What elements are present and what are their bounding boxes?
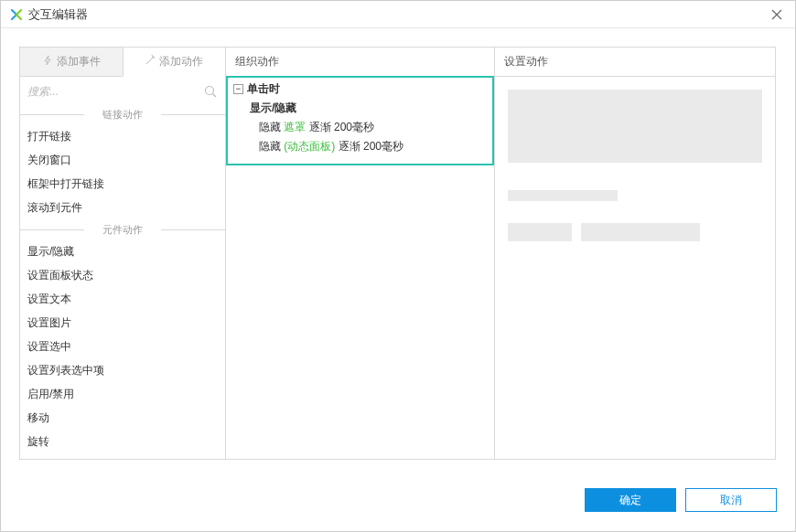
link-action-list: 打开链接 关闭窗口 框架中打开链接 滚动到元件: [20, 124, 225, 219]
lightning-icon: [42, 55, 53, 69]
configure-body: [495, 77, 775, 254]
action-open-in-frame[interactable]: 框架中打开链接: [20, 172, 225, 196]
action-set-size[interactable]: 设置尺寸: [20, 453, 225, 460]
app-logo: [10, 8, 23, 21]
placeholder-row: [508, 223, 762, 241]
collapse-icon[interactable]: −: [233, 84, 243, 94]
window-title: 交互编辑器: [28, 6, 88, 23]
svg-point-0: [206, 87, 214, 95]
tree-event-label: 单击时: [247, 81, 280, 97]
middle-panel: 组织动作 − 单击时 显示/隐藏 隐藏 遮罩 逐渐 200毫秒 隐藏 (动态面板…: [226, 47, 495, 460]
action-tree-selected[interactable]: − 单击时 显示/隐藏 隐藏 遮罩 逐渐 200毫秒 隐藏 (动态面板) 逐渐 …: [226, 76, 494, 165]
organize-actions-header: 组织动作: [226, 48, 494, 77]
left-tabs: 添加事件 添加动作: [20, 48, 225, 77]
placeholder-btn-1: [508, 223, 572, 241]
section-link-actions: 链接动作: [20, 106, 225, 122]
action-show-hide[interactable]: 显示/隐藏: [20, 239, 225, 263]
tab-add-event[interactable]: 添加事件: [20, 48, 123, 77]
action-set-panel-state[interactable]: 设置面板状态: [20, 263, 225, 287]
tree-action-1-suffix: 逐渐 200毫秒: [306, 121, 374, 133]
search-icon: [203, 84, 218, 99]
action-set-selected[interactable]: 设置选中: [20, 335, 225, 358]
action-move[interactable]: 移动: [20, 406, 225, 430]
tab-add-event-label: 添加事件: [57, 54, 101, 69]
configure-action-header: 设置动作: [495, 48, 775, 77]
tree-action-1-prefix: 隐藏: [259, 121, 284, 133]
wand-icon: [145, 55, 156, 69]
dialog-footer: 确定 取消: [1, 478, 795, 522]
tree-action-1-target: 遮罩: [284, 121, 306, 133]
tree-action-2-suffix: 逐渐 200毫秒: [335, 140, 403, 153]
tree-action-2-prefix: 隐藏: [259, 140, 284, 153]
placeholder-btn-2: [581, 223, 700, 241]
tab-add-action-label: 添加动作: [159, 54, 203, 69]
search-input[interactable]: [24, 80, 221, 102]
dialog-content: 添加事件 添加动作 链接动作 打开链接 关闭窗口 框架中打开链接 滚动到元件 元…: [1, 28, 795, 478]
search-container: [24, 80, 221, 104]
tree-action-2[interactable]: 隐藏 (动态面板) 逐渐 200毫秒: [233, 139, 487, 154]
tab-add-action[interactable]: 添加动作: [123, 48, 226, 77]
tree-action-group[interactable]: 显示/隐藏: [233, 101, 487, 116]
titlebar: 交互编辑器: [1, 1, 795, 28]
action-close-window[interactable]: 关闭窗口: [20, 148, 225, 172]
action-open-link[interactable]: 打开链接: [20, 124, 225, 148]
action-rotate[interactable]: 旋转: [20, 430, 225, 453]
action-set-image[interactable]: 设置图片: [20, 311, 225, 335]
tree-event-onclick[interactable]: − 单击时: [233, 81, 487, 97]
section-widget-actions: 元件动作: [20, 221, 225, 238]
tree-action-1[interactable]: 隐藏 遮罩 逐渐 200毫秒: [233, 120, 487, 135]
close-icon[interactable]: [768, 5, 786, 24]
left-panel: 添加事件 添加动作 链接动作 打开链接 关闭窗口 框架中打开链接 滚动到元件 元…: [19, 47, 226, 460]
action-scroll-to-widget[interactable]: 滚动到元件: [20, 196, 225, 219]
placeholder-line: [508, 190, 618, 201]
right-panel: 设置动作: [495, 47, 776, 460]
cancel-button[interactable]: 取消: [685, 488, 777, 512]
placeholder-block: [508, 90, 762, 163]
widget-action-list: 显示/隐藏 设置面板状态 设置文本 设置图片 设置选中 设置列表选中项 启用/禁…: [20, 239, 225, 460]
action-enable-disable[interactable]: 启用/禁用: [20, 382, 225, 406]
action-set-list-selected[interactable]: 设置列表选中项: [20, 358, 225, 382]
action-set-text[interactable]: 设置文本: [20, 287, 225, 311]
ok-button[interactable]: 确定: [585, 488, 676, 512]
tree-action-2-target: (动态面板): [284, 140, 335, 153]
